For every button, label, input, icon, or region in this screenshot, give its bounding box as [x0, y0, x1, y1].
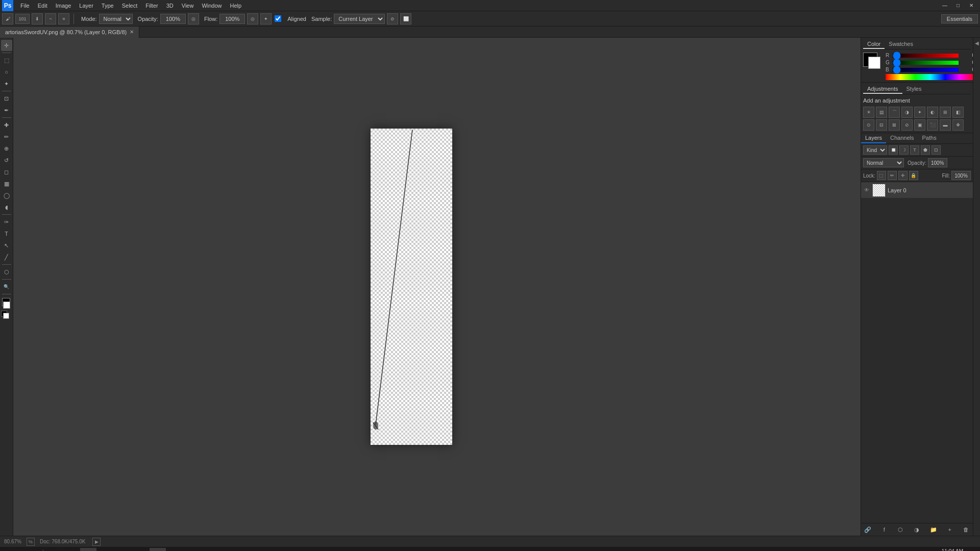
fill-row-input[interactable]: [951, 171, 971, 180]
styles-tab[interactable]: Styles: [902, 85, 926, 94]
g-slider[interactable]: [893, 61, 959, 65]
lock-all-btn[interactable]: 🔒: [909, 171, 918, 180]
eraser-tool[interactable]: ◻: [1, 166, 12, 178]
color-balance-icon[interactable]: ⊞: [940, 107, 951, 118]
new-layer-btn[interactable]: +: [945, 525, 954, 534]
blender-btn[interactable]: ⬡: [132, 548, 149, 551]
path-selection-tool[interactable]: ↖: [1, 240, 12, 251]
delete-layer-btn[interactable]: 🗑: [962, 525, 971, 534]
airbrush-toggle[interactable]: ✦: [260, 13, 272, 24]
zoom-level-btn[interactable]: %: [27, 538, 35, 546]
gradient-tool[interactable]: ▦: [1, 178, 12, 189]
adjustments-tab[interactable]: Adjustments: [863, 85, 902, 94]
menu-layer[interactable]: Layer: [75, 2, 97, 10]
zoom-tool[interactable]: 🔍: [1, 281, 12, 292]
dodge-tool[interactable]: ◖: [1, 202, 12, 213]
background-color-swatch[interactable]: [3, 302, 10, 309]
search-button[interactable]: 🔍: [19, 548, 30, 551]
menu-type[interactable]: Type: [97, 2, 118, 10]
opacity-pressure[interactable]: ◎: [188, 13, 199, 24]
default-bg-color[interactable]: [3, 313, 9, 319]
minimize-button[interactable]: —: [938, 0, 951, 11]
paths-tab[interactable]: Paths: [918, 133, 941, 143]
invert-icon[interactable]: ⊘: [901, 119, 913, 131]
sample-dropdown[interactable]: Current Layer: [334, 14, 385, 24]
brush-settings[interactable]: ≡: [58, 13, 69, 24]
blur-tool[interactable]: ◯: [1, 190, 12, 201]
menu-help[interactable]: Help: [226, 2, 246, 10]
brush-tool[interactable]: ✏: [1, 131, 12, 142]
word-btn[interactable]: W: [97, 548, 114, 551]
lasso-tool[interactable]: ○: [1, 66, 12, 78]
filter-adj-icon[interactable]: ☽: [899, 145, 909, 155]
blend-mode-dropdown[interactable]: Normal: [863, 158, 904, 167]
history-brush-tool[interactable]: ↺: [1, 155, 12, 166]
vibrance-icon[interactable]: ✦: [914, 107, 925, 118]
add-mask-btn[interactable]: ⬡: [896, 525, 905, 534]
eyedropper-tool[interactable]: ✒: [1, 105, 12, 116]
maximize-button[interactable]: □: [951, 0, 965, 11]
toggle-airbrush[interactable]: ~: [45, 13, 56, 24]
bg-color-square[interactable]: [868, 57, 880, 69]
pen-tool[interactable]: ✑: [1, 216, 12, 228]
chrome-taskbar[interactable]: C: [80, 548, 96, 551]
lock-transparent-btn[interactable]: ⬚: [877, 171, 886, 180]
mode-dropdown[interactable]: Normal: [99, 14, 133, 24]
layers-kind-dropdown[interactable]: Kind: [863, 145, 887, 155]
brightness-contrast-icon[interactable]: ☀: [863, 107, 874, 118]
canvas-area[interactable]: [13, 38, 861, 536]
status-arrow-btn[interactable]: ▶: [92, 538, 101, 546]
color-lookup-icon[interactable]: ⊠: [889, 119, 900, 131]
layer-style-btn[interactable]: f: [879, 525, 889, 534]
color-spectrum[interactable]: [886, 74, 975, 80]
filter-type-icon[interactable]: T: [910, 145, 919, 155]
lock-image-btn[interactable]: ✏: [888, 171, 897, 180]
curves-icon[interactable]: ⌒: [889, 107, 900, 118]
flow-pressure[interactable]: ◎: [247, 13, 258, 24]
hue-saturation-icon[interactable]: ◐: [927, 107, 938, 118]
collapse-icon[interactable]: ◀: [974, 40, 980, 46]
photo-filter-icon[interactable]: ⊙: [863, 119, 874, 131]
rectangle-tool[interactable]: ╱: [1, 252, 12, 263]
menu-image[interactable]: Image: [52, 2, 76, 10]
opacity-row-input[interactable]: [928, 158, 947, 167]
clone-stamp-tool[interactable]: ⊕: [1, 143, 12, 154]
aligned-checkbox[interactable]: [275, 15, 281, 22]
menu-filter[interactable]: Filter: [141, 2, 162, 10]
rectangular-marquee-tool[interactable]: ⬚: [1, 55, 12, 66]
crop-tool[interactable]: ⊡: [1, 93, 12, 104]
b-slider[interactable]: [893, 68, 959, 72]
brush-picker[interactable]: ⬇: [32, 13, 43, 24]
type-tool[interactable]: T: [1, 228, 12, 239]
menu-3d[interactable]: 3D: [162, 2, 178, 10]
r-slider[interactable]: [893, 54, 959, 58]
menu-view[interactable]: View: [178, 2, 198, 10]
lock-position-btn[interactable]: ✛: [898, 171, 908, 180]
spot-healing-tool[interactable]: ✚: [1, 119, 12, 131]
link-layers-btn[interactable]: 🔗: [863, 525, 872, 534]
new-group-btn[interactable]: 📁: [929, 525, 938, 534]
levels-icon[interactable]: ▤: [876, 107, 887, 118]
3d-tool[interactable]: ⬡: [1, 266, 12, 278]
photoshop-taskbar-btn[interactable]: Ps: [150, 548, 166, 551]
posterize-icon[interactable]: ▣: [914, 119, 925, 131]
ignore-adj-layers[interactable]: ⊘: [387, 13, 398, 24]
menu-window[interactable]: Window: [198, 2, 226, 10]
filter-pixel-icon[interactable]: 🔲: [889, 145, 898, 155]
filter-smart-icon[interactable]: ⊡: [932, 145, 941, 155]
brush-size-display[interactable]: 101: [15, 14, 30, 24]
flow-input[interactable]: [219, 14, 245, 24]
menu-select[interactable]: Select: [118, 2, 142, 10]
panel-collapse-handle[interactable]: ◀: [973, 38, 980, 536]
channel-mixer-icon[interactable]: ⊟: [876, 119, 887, 131]
opacity-input[interactable]: [160, 14, 186, 24]
layers-tab[interactable]: Layers: [861, 133, 886, 143]
move-tool[interactable]: ✛: [1, 40, 12, 51]
tab-close-button[interactable]: ✕: [130, 29, 134, 35]
tool-preset-picker[interactable]: 🖌: [2, 13, 13, 24]
exposure-icon[interactable]: ◑: [901, 107, 913, 118]
gradient-map-icon[interactable]: ▬: [940, 119, 951, 131]
channels-tab[interactable]: Channels: [886, 133, 918, 143]
layer-visibility-icon[interactable]: 👁: [863, 187, 870, 194]
outlook-btn[interactable]: O: [115, 548, 131, 551]
